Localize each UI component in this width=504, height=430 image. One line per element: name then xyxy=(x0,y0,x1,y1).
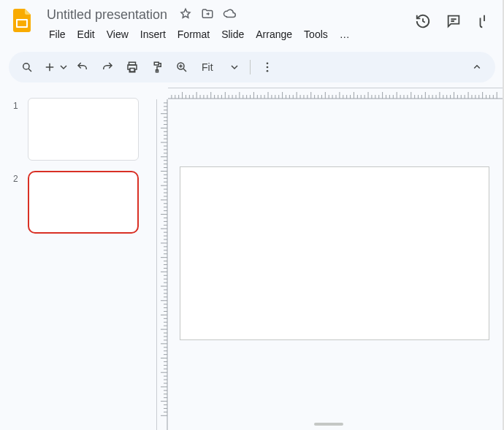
canvas-area xyxy=(153,88,504,430)
svg-point-7 xyxy=(266,62,268,64)
svg-point-9 xyxy=(266,70,268,72)
comments-icon[interactable] xyxy=(446,13,462,32)
menu-format[interactable]: Format xyxy=(172,26,215,43)
workspace: 1 2 xyxy=(0,88,504,430)
document-title[interactable]: Untitled presentation xyxy=(44,6,170,24)
menu-bar: File Edit View Insert Format Slide Arran… xyxy=(44,26,415,43)
star-icon[interactable] xyxy=(179,7,192,23)
slides-logo[interactable] xyxy=(9,7,35,34)
menu-arrange[interactable]: Arrange xyxy=(251,26,297,43)
svg-rect-4 xyxy=(130,69,134,72)
cloud-status-icon[interactable] xyxy=(223,7,236,23)
share-partial-icon[interactable] xyxy=(476,13,492,32)
menu-more[interactable]: … xyxy=(335,26,355,43)
new-slide-combo[interactable] xyxy=(41,56,69,78)
zoom-button[interactable] xyxy=(171,56,193,78)
undo-button[interactable] xyxy=(72,56,93,78)
menu-file[interactable]: File xyxy=(44,26,71,43)
title-icon-group xyxy=(179,7,236,23)
vertical-ruler[interactable] xyxy=(156,99,168,430)
menu-view[interactable]: View xyxy=(102,26,134,43)
slide-number: 1 xyxy=(13,98,20,161)
menu-edit[interactable]: Edit xyxy=(72,26,100,43)
speaker-notes-handle[interactable] xyxy=(314,423,343,426)
title-row: Untitled presentation xyxy=(44,6,415,24)
toolbar: Fit xyxy=(9,52,495,82)
slide-number: 2 xyxy=(13,171,20,234)
svg-rect-1 xyxy=(18,20,26,26)
redo-button[interactable] xyxy=(96,56,118,78)
slide-thumb-row-2: 2 xyxy=(13,171,146,234)
slide-canvas[interactable] xyxy=(180,166,489,340)
app-header: Untitled presentation File Edit View Ins… xyxy=(0,0,504,43)
chevron-down-icon xyxy=(231,64,238,71)
slide-thumbnail-1[interactable] xyxy=(28,98,139,161)
new-slide-caret-icon[interactable] xyxy=(58,64,69,71)
slide-thumbnail-2[interactable] xyxy=(28,171,139,234)
menu-tools[interactable]: Tools xyxy=(299,26,333,43)
document-area: Untitled presentation File Edit View Ins… xyxy=(44,6,415,43)
horizontal-ruler[interactable] xyxy=(168,88,504,99)
collapse-toolbar-button[interactable] xyxy=(466,56,488,78)
move-folder-icon[interactable] xyxy=(201,7,214,23)
new-slide-button[interactable] xyxy=(41,56,58,78)
paint-format-button[interactable] xyxy=(146,56,168,78)
filmstrip[interactable]: 1 2 xyxy=(0,88,153,430)
history-icon[interactable] xyxy=(415,13,431,32)
svg-point-8 xyxy=(266,66,268,69)
zoom-level-text: Fit xyxy=(202,61,213,73)
toolbar-separator xyxy=(250,60,251,74)
zoom-level-dropdown[interactable]: Fit xyxy=(196,61,244,73)
slide-thumb-row-1: 1 xyxy=(13,98,146,161)
print-button[interactable] xyxy=(121,56,143,78)
svg-point-2 xyxy=(23,64,29,69)
menu-insert[interactable]: Insert xyxy=(135,26,171,43)
menu-slide[interactable]: Slide xyxy=(216,26,249,43)
search-menus-button[interactable] xyxy=(16,56,38,78)
header-right xyxy=(415,6,495,32)
more-tools-button[interactable] xyxy=(256,56,278,78)
